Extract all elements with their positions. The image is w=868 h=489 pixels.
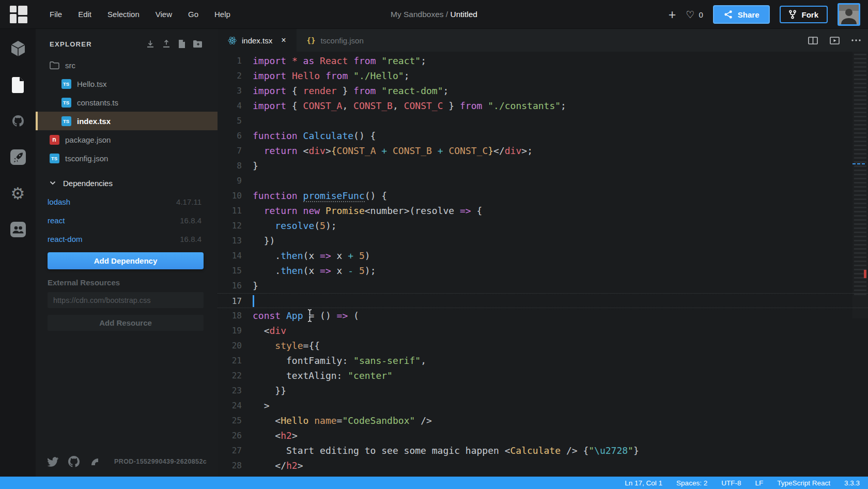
status-encoding[interactable]: UTF-8: [721, 479, 741, 487]
code-line-9[interactable]: 9: [218, 173, 868, 188]
line-number: 27: [218, 443, 242, 458]
code-line-18[interactable]: 18const App = () => (: [218, 308, 868, 323]
menu-selection[interactable]: Selection: [107, 10, 140, 19]
code-line-17[interactable]: 17: [218, 293, 868, 308]
download-icon[interactable]: [146, 40, 154, 48]
code-line-6[interactable]: 6function Calculate() {: [218, 128, 868, 143]
react-icon: [228, 36, 237, 45]
code-line-21[interactable]: 21 fontFamily: "sans-serif",: [218, 353, 868, 368]
code-line-10[interactable]: 10function promiseFunc() {: [218, 188, 868, 203]
new-file-icon[interactable]: [178, 40, 185, 48]
deployment-rocket-icon[interactable]: [10, 149, 26, 165]
codesandbox-menu-icon[interactable]: [10, 6, 27, 23]
code-line-15[interactable]: 15 .then(x => x - 5);: [218, 263, 868, 278]
user-avatar[interactable]: [838, 3, 860, 26]
file-tsconfig-json[interactable]: TStsconfig.json: [36, 149, 218, 167]
code-line-11[interactable]: 11 return new Promise<number>(resolve =>…: [218, 203, 868, 218]
ts-icon: TS: [61, 79, 71, 89]
breadcrumb[interactable]: My Sandboxes /: [391, 10, 450, 19]
dependency-name[interactable]: lodash: [48, 197, 176, 206]
share-button[interactable]: Share: [713, 5, 770, 24]
menu-file[interactable]: File: [50, 10, 62, 19]
minimap[interactable]: [853, 52, 868, 318]
github-icon[interactable]: [10, 113, 26, 129]
upload-icon[interactable]: [162, 40, 171, 48]
code-line-29[interactable]: 29 </div: [218, 473, 868, 477]
dependency-version: 16.8.4: [180, 235, 202, 243]
menu-view[interactable]: View: [156, 10, 172, 19]
add-dependency-button[interactable]: Add Dependency: [48, 252, 204, 269]
code-line-22[interactable]: 22 textAlign: "center": [218, 368, 868, 383]
new-directory-icon[interactable]: [193, 40, 202, 48]
menu-go[interactable]: Go: [188, 10, 198, 19]
split-view-icon[interactable]: [808, 37, 818, 44]
line-content: const App = () => (: [253, 308, 359, 323]
avatar-image: [839, 5, 859, 24]
code-line-4[interactable]: 4import { CONST_A, CONST_B, CONST_C } fr…: [218, 98, 868, 113]
status-eol[interactable]: LF: [755, 479, 763, 487]
github-icon[interactable]: [68, 456, 80, 467]
sandbox-cube-icon[interactable]: [10, 40, 26, 57]
code-line-24[interactable]: 24 >: [218, 398, 868, 413]
like-button[interactable]: ♡ 0: [686, 10, 703, 20]
settings-gear-icon[interactable]: ⚙: [10, 185, 26, 202]
minimap-marker-blue: [853, 163, 865, 164]
build-id: PROD-1552990439-2620852c: [114, 458, 207, 465]
code-line-19[interactable]: 19 <div: [218, 323, 868, 338]
status-cursor-position[interactable]: Ln 17, Col 1: [625, 479, 662, 487]
status-language[interactable]: TypeScript React: [777, 479, 830, 487]
code-line-12[interactable]: 12 resolve(5);: [218, 218, 868, 233]
line-content: resolve(5);: [253, 218, 337, 233]
twitter-icon[interactable]: [47, 457, 58, 467]
resource-url-input[interactable]: [48, 292, 204, 308]
more-options-icon[interactable]: [851, 39, 861, 41]
line-content: style={{: [253, 338, 320, 353]
menu-edit[interactable]: Edit: [78, 10, 91, 19]
line-content: }: [253, 158, 258, 173]
code-line-2[interactable]: 2import Hello from "./Hello";: [218, 68, 868, 83]
code-line-26[interactable]: 26 <h2>: [218, 428, 868, 443]
dependency-name[interactable]: react: [48, 216, 180, 225]
close-tab-icon[interactable]: ×: [281, 36, 286, 44]
file-label: tsconfig.json: [65, 154, 108, 163]
new-sandbox-button[interactable]: +: [669, 8, 676, 21]
spectrum-icon[interactable]: [89, 456, 100, 467]
explorer-footer: PROD-1552990439-2620852c: [47, 456, 207, 467]
tab-index-tsx[interactable]: index.tsx×: [218, 29, 297, 52]
file-index-tsx[interactable]: TSindex.tsx: [36, 112, 218, 130]
code-line-8[interactable]: 8}: [218, 158, 868, 173]
sandbox-name[interactable]: Untitled: [450, 10, 477, 19]
fork-button[interactable]: Fork: [780, 6, 828, 23]
live-collaboration-icon[interactable]: [10, 221, 26, 238]
code-line-3[interactable]: 3import { render } from "react-dom";: [218, 83, 868, 98]
open-preview-icon[interactable]: [830, 37, 840, 44]
code-line-7[interactable]: 7 return <div>{CONST_A + CONST_B + CONST…: [218, 143, 868, 158]
dependencies-label: Dependencies: [63, 179, 113, 188]
code-line-25[interactable]: 25 <Hello name="CodeSandbox" />: [218, 413, 868, 428]
code-line-23[interactable]: 23 }}: [218, 383, 868, 398]
tab-tsconfig-json[interactable]: {}tsconfig.json: [297, 29, 374, 52]
file-hello-tsx[interactable]: TSHello.tsx: [36, 74, 218, 93]
editor[interactable]: index.tsx×{}tsconfig.json 1import * as R…: [218, 29, 868, 477]
file-label: constants.ts: [77, 98, 118, 107]
dependencies-header[interactable]: Dependencies: [36, 174, 218, 192]
status-indentation[interactable]: Spaces: 2: [676, 479, 707, 487]
code-line-5[interactable]: 5: [218, 113, 868, 128]
code-line-13[interactable]: 13 }): [218, 233, 868, 248]
code-line-28[interactable]: 28 </h2>: [218, 458, 868, 473]
dependency-name[interactable]: react-dom: [48, 235, 180, 243]
add-resource-button[interactable]: Add Resource: [48, 315, 204, 331]
code-line-16[interactable]: 16}: [218, 278, 868, 293]
code-area[interactable]: 1import * as React from "react";2import …: [218, 52, 868, 477]
code-line-20[interactable]: 20 style={{: [218, 338, 868, 353]
line-number: 4: [218, 98, 242, 113]
typescript-file-icon: TS: [61, 98, 71, 108]
file-constants-ts[interactable]: TSconstants.ts: [36, 93, 218, 112]
file-explorer-icon[interactable]: [10, 77, 26, 93]
file-src[interactable]: src: [36, 56, 218, 74]
code-line-14[interactable]: 14 .then(x => x + 5): [218, 248, 868, 263]
status-version[interactable]: 3.3.3: [844, 479, 860, 487]
code-line-1[interactable]: 1import * as React from "react";: [218, 53, 868, 68]
code-line-27[interactable]: 27 Start editing to see some magic happe…: [218, 443, 868, 458]
file-package-json[interactable]: npackage.json: [36, 130, 218, 149]
